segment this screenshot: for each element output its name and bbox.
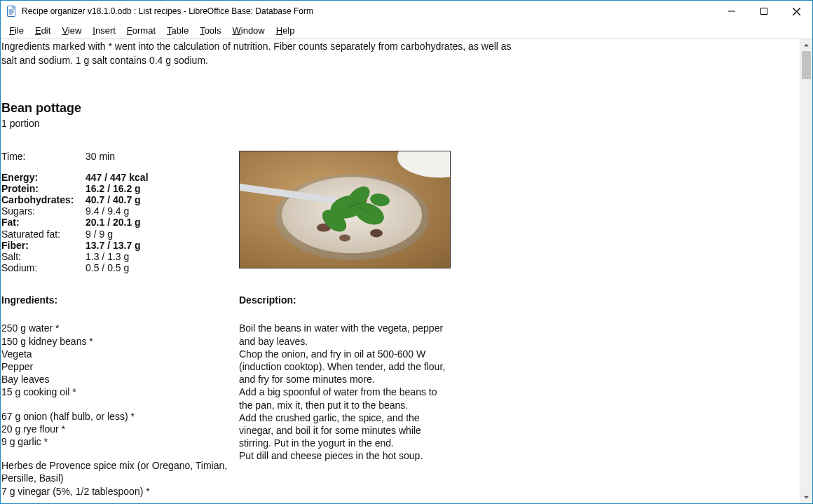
nutrition-label: Carbohydrates: xyxy=(1,194,86,205)
menu-table[interactable]: Table xyxy=(161,24,194,37)
ingredient-line: 67 g onion (half bulb, or less) * xyxy=(1,410,239,423)
ingredient-line: Vegeta xyxy=(1,348,239,360)
nutrition-value: 16.2 / 16.2 g xyxy=(86,183,149,194)
recipe-photo xyxy=(239,151,451,268)
nutrition-label: Salt: xyxy=(1,251,86,262)
nutrition-label: Sugars: xyxy=(1,205,86,217)
nutrition-value: 9.4 / 9.4 g xyxy=(86,205,149,217)
time-value: 30 min xyxy=(86,151,149,162)
nutrition-value: 0.5 / 0.5 g xyxy=(86,262,149,273)
nutrition-label: Sodium: xyxy=(1,262,86,273)
nutrition-value: 447 / 447 kcal xyxy=(86,172,149,183)
document-area: Ingredients marked with * went into the … xyxy=(1,39,800,503)
nutrition-label: Energy: xyxy=(1,172,86,183)
app-icon xyxy=(6,6,18,17)
window-buttons xyxy=(716,1,812,22)
maximize-button[interactable] xyxy=(748,1,780,22)
scroll-thumb[interactable] xyxy=(802,51,811,79)
description-line: Boil the beans in water with the vegeta,… xyxy=(239,322,449,347)
svg-rect-6 xyxy=(761,8,767,15)
description-line: Add the crushed garlic, the spice, and t… xyxy=(239,411,449,450)
menu-edit[interactable]: Edit xyxy=(29,24,56,37)
nutrition-note-line2: salt and sodium. 1 g salt contains 0.4 g… xyxy=(1,53,800,67)
menubar: File Edit View Insert Format Table Tools… xyxy=(1,22,812,39)
menu-window[interactable]: Window xyxy=(226,24,270,37)
description-list: Boil the beans in water with the vegeta,… xyxy=(239,322,449,462)
nutrition-value: 13.7 / 13.7 g xyxy=(86,240,149,251)
app-window: Recipe organizer v18.1.0.odb : List reci… xyxy=(0,0,813,504)
time-label: Time: xyxy=(1,151,86,162)
description-line: Add a big spoonful of water from the bea… xyxy=(239,386,449,411)
vertical-scrollbar[interactable] xyxy=(800,39,812,503)
ingredient-line: 15 g cooking oil * xyxy=(1,386,239,398)
nutrition-label: Protein: xyxy=(1,183,86,194)
nutrition-value: 1.3 / 1.3 g xyxy=(86,251,149,262)
nutrition-table: Time: 30 min Energy:447 / 447 kcalProtei… xyxy=(1,151,149,273)
nutrition-value: 9 / 9 g xyxy=(86,229,149,240)
scroll-track[interactable] xyxy=(800,51,812,491)
ingredient-line: 7 g vinegar (5%, 1/2 tablespoon) * xyxy=(1,485,239,498)
nutrition-note-line1: Ingredients marked with * went into the … xyxy=(1,39,800,53)
recipe-portions: 1 portion xyxy=(1,118,800,130)
ingredients-heading: Ingredients: xyxy=(1,294,239,307)
description-line: Chop the onion, and fry in oil at 500-60… xyxy=(239,348,449,386)
ingredient-line: Pepper xyxy=(1,360,239,373)
client-area: Ingredients marked with * went into the … xyxy=(1,39,812,503)
description-line: Put dill and cheese pieces in the hot so… xyxy=(239,449,449,462)
menu-insert[interactable]: Insert xyxy=(87,24,121,37)
menu-file[interactable]: File xyxy=(4,24,29,37)
ingredient-line: 150 g kidney beans * xyxy=(1,335,239,348)
nutrition-value: 40.7 / 40.7 g xyxy=(86,194,149,205)
ingredient-line: Bay leaves xyxy=(1,373,239,386)
ingredient-list: 250 g water *150 g kidney beans *VegetaP… xyxy=(1,322,239,503)
window-title: Recipe organizer v18.1.0.odb : List reci… xyxy=(22,6,716,16)
titlebar: Recipe organizer v18.1.0.odb : List reci… xyxy=(1,1,812,22)
nutrition-label: Fiber: xyxy=(1,240,86,251)
minimize-button[interactable] xyxy=(716,1,748,22)
nutrition-label: Saturated fat: xyxy=(1,229,86,240)
nutrition-label: Fat: xyxy=(1,217,86,228)
nutrition-value: 20.1 / 20.1 g xyxy=(86,217,149,228)
ingredient-line: 9 g garlic * xyxy=(1,435,239,448)
menu-help[interactable]: Help xyxy=(271,24,301,37)
scroll-up-icon[interactable] xyxy=(800,39,812,51)
svg-point-13 xyxy=(370,229,383,238)
ingredient-line: Herbes de Provence spice mix (or Oregano… xyxy=(1,459,239,484)
ingredient-line: 20 g rye flour * xyxy=(1,423,239,435)
menu-view[interactable]: View xyxy=(56,24,87,37)
scroll-down-icon[interactable] xyxy=(800,491,812,503)
close-button[interactable] xyxy=(780,1,812,22)
menu-tools[interactable]: Tools xyxy=(194,24,226,37)
recipe-title: Bean pottage xyxy=(1,100,800,116)
menu-format[interactable]: Format xyxy=(121,24,161,37)
description-heading: Description: xyxy=(239,294,449,307)
svg-point-14 xyxy=(339,235,350,242)
ingredient-line: 250 g water * xyxy=(1,322,239,334)
